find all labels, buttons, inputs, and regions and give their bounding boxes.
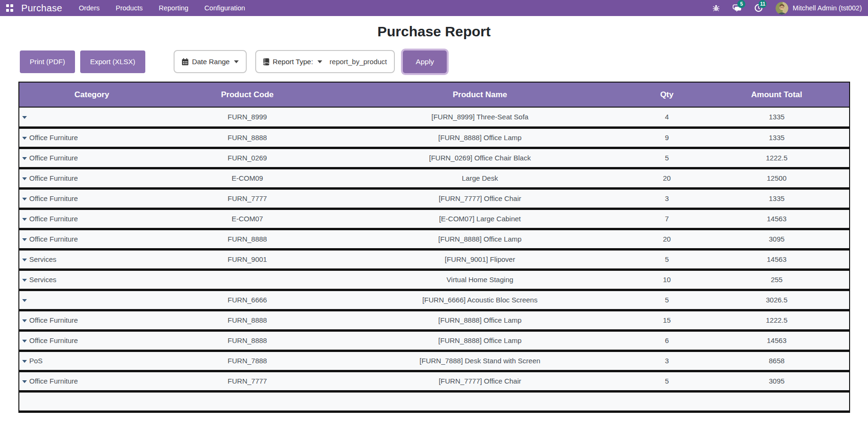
date-range-dropdown[interactable]: Date Range <box>174 50 247 73</box>
product-name-cell: [FURN_8999] Three-Seat Sofa <box>330 107 629 127</box>
user-name[interactable]: Mitchell Admin (tst002) <box>793 4 862 12</box>
book-icon <box>263 58 269 66</box>
collapse-caret-icon[interactable] <box>22 259 27 261</box>
messages-badge: 5 <box>737 0 745 8</box>
collapse-caret-icon[interactable] <box>22 157 27 160</box>
amount-total-cell: 12500 <box>704 168 850 188</box>
category-label: Office Furniture <box>29 336 78 344</box>
qty-cell: 15 <box>629 310 704 330</box>
table-header-row: Category Product Code Product Name Qty A… <box>19 82 850 107</box>
print-pdf-button[interactable]: Print (PDF) <box>20 50 75 73</box>
report-type-value: report_by_product <box>330 58 387 66</box>
category-label: Office Furniture <box>29 235 78 243</box>
app-name[interactable]: Purchase <box>21 3 62 14</box>
amount-total-cell: 14563 <box>704 249 850 269</box>
category-label: Office Furniture <box>29 377 78 385</box>
page-title: Purchase Report <box>0 24 868 40</box>
report-type-dropdown[interactable]: Report Type: report_by_product <box>255 50 395 73</box>
table-row: Office FurnitureFURN_0269[FURN_0269] Off… <box>19 148 850 168</box>
messages-icon[interactable]: 5 <box>733 3 742 13</box>
collapse-caret-icon[interactable] <box>22 279 27 282</box>
table-row: ServicesFURN_9001[FURN_9001] Flipover514… <box>19 249 850 269</box>
product-code-cell: E-COM09 <box>164 168 330 188</box>
debug-bug-icon[interactable] <box>711 3 721 13</box>
category-label: Office Furniture <box>29 134 78 142</box>
menu-item-products[interactable]: Products <box>108 4 150 12</box>
collapse-caret-icon[interactable] <box>22 177 27 180</box>
amount-total-cell: 1335 <box>704 127 850 148</box>
product-code-cell: FURN_7777 <box>164 371 330 391</box>
table-row: Office FurnitureFURN_8888[FURN_8888] Off… <box>19 310 850 330</box>
category-cell: Office Furniture <box>19 229 164 249</box>
category-cell <box>19 290 164 310</box>
table-row: FURN_8999[FURN_8999] Three-Seat Sofa4133… <box>19 107 850 127</box>
category-cell: Office Furniture <box>19 209 164 229</box>
column-header-amount-total: Amount Total <box>704 82 850 107</box>
qty-cell: 5 <box>629 148 704 168</box>
product-name-cell: [FURN_7777] Office Chair <box>330 188 629 209</box>
menu-item-reporting[interactable]: Reporting <box>150 4 196 12</box>
product-name-cell: [FURN_6666] Acoustic Bloc Screens <box>330 290 629 310</box>
product-name-cell: [FURN_0269] Office Chair Black <box>330 148 629 168</box>
product-code-cell: FURN_8999 <box>164 107 330 127</box>
product-name-cell: Virtual Home Staging <box>330 269 629 290</box>
collapse-caret-icon[interactable] <box>22 360 27 363</box>
top-navbar: Purchase Orders Products Reporting Confi… <box>0 0 868 16</box>
activities-clock-icon[interactable]: 11 <box>754 3 763 13</box>
collapse-caret-icon[interactable] <box>22 299 27 302</box>
product-name-cell: [FURN_7888] Desk Stand with Screen <box>330 351 629 371</box>
product-name-cell: [FURN_8888] Office Lamp <box>330 330 629 351</box>
export-xlsx-button[interactable]: Export (XLSX) <box>80 50 145 73</box>
menu-item-configuration[interactable]: Configuration <box>196 4 253 12</box>
apps-menu-icon[interactable] <box>6 4 14 12</box>
collapse-caret-icon[interactable] <box>22 198 27 201</box>
chevron-down-icon <box>234 60 239 63</box>
collapse-caret-icon[interactable] <box>22 238 27 241</box>
amount-total-cell: 3026.5 <box>704 290 850 310</box>
date-range-label: Date Range <box>192 58 230 66</box>
calendar-icon <box>182 58 189 66</box>
table-row: Office FurnitureFURN_8888[FURN_8888] Off… <box>19 330 850 351</box>
amount-total-cell: 8658 <box>704 351 850 371</box>
amount-total-cell: 14563 <box>704 209 850 229</box>
qty-cell: 20 <box>629 168 704 188</box>
report-table-body: FURN_8999[FURN_8999] Three-Seat Sofa4133… <box>19 107 850 411</box>
product-name-cell: [E-COM07] Large Cabinet <box>330 209 629 229</box>
qty-cell: 9 <box>629 127 704 148</box>
product-code-cell: FURN_8888 <box>164 310 330 330</box>
collapse-caret-icon[interactable] <box>22 340 27 343</box>
menu-item-orders[interactable]: Orders <box>71 4 108 12</box>
amount-total-cell: 255 <box>704 269 850 290</box>
category-cell: Office Furniture <box>19 168 164 188</box>
category-label: Services <box>29 255 57 263</box>
category-cell: Office Furniture <box>19 310 164 330</box>
product-name-cell: [FURN_8888] Office Lamp <box>330 229 629 249</box>
collapse-caret-icon[interactable] <box>22 218 27 221</box>
category-cell: Office Furniture <box>19 127 164 148</box>
product-code-cell: FURN_0269 <box>164 148 330 168</box>
qty-cell: 20 <box>629 229 704 249</box>
product-name-cell: [FURN_9001] Flipover <box>330 249 629 269</box>
category-cell: Office Furniture <box>19 188 164 209</box>
category-cell: PoS <box>19 351 164 371</box>
qty-cell: 5 <box>629 249 704 269</box>
user-avatar[interactable] <box>776 2 788 15</box>
collapse-caret-icon[interactable] <box>22 380 27 383</box>
collapse-caret-icon[interactable] <box>22 319 27 322</box>
table-row: Office FurnitureFURN_8888[FURN_8888] Off… <box>19 229 850 249</box>
category-label: Office Furniture <box>29 154 78 162</box>
qty-cell: 7 <box>629 209 704 229</box>
apply-button[interactable]: Apply <box>403 50 447 73</box>
table-row-partial <box>19 391 850 411</box>
category-cell <box>19 107 164 127</box>
collapse-caret-icon[interactable] <box>22 137 27 140</box>
table-row: ServicesVirtual Home Staging10255 <box>19 269 850 290</box>
collapse-caret-icon[interactable] <box>22 116 27 119</box>
product-code-cell: FURN_7777 <box>164 188 330 209</box>
product-code-cell: FURN_7888 <box>164 351 330 371</box>
product-name-cell: [FURN_7777] Office Chair <box>330 371 629 391</box>
chevron-down-icon <box>317 60 322 63</box>
category-cell: Services <box>19 269 164 290</box>
table-row: Office FurnitureFURN_7777[FURN_7777] Off… <box>19 188 850 209</box>
product-code-cell: FURN_8888 <box>164 127 330 148</box>
